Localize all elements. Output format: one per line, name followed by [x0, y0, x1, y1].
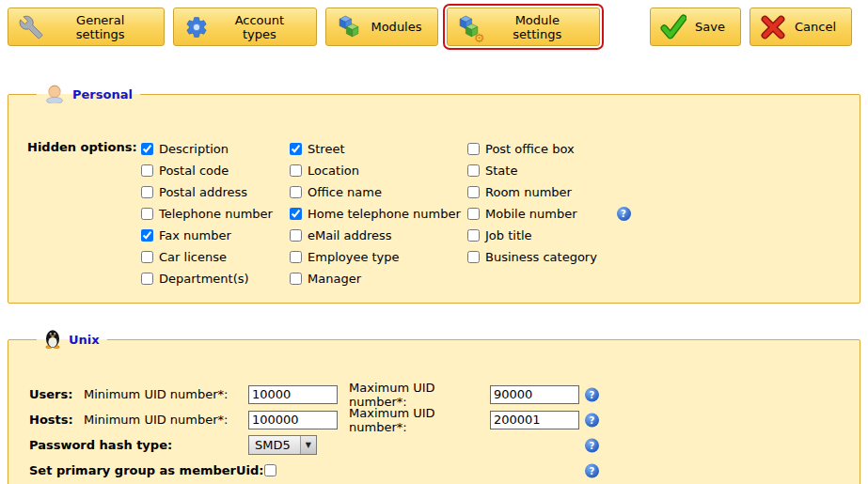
checkbox-mobile-number[interactable]: [467, 208, 480, 220]
option-label: Office name: [308, 185, 382, 199]
help-icon[interactable]: ?: [585, 387, 599, 401]
hidden-options-label: Hidden options:: [27, 138, 141, 289]
option-label: Room number: [485, 185, 572, 199]
help-icon[interactable]: ?: [617, 207, 631, 221]
help-icon[interactable]: ?: [585, 438, 599, 452]
checkbox-primary-group-memberuid[interactable]: [264, 464, 276, 476]
option-postal-address: Postal address: [141, 181, 290, 203]
option-location: Location: [290, 160, 467, 181]
option-label: Job title: [485, 228, 532, 242]
option-label: Post office box: [485, 142, 575, 156]
option-fax-number: Fax number: [141, 225, 290, 246]
checkbox-telephone-number[interactable]: [141, 208, 153, 220]
button-label: Module settings: [491, 13, 585, 41]
hosts-label: Hosts:: [29, 413, 84, 427]
checkbox-email-address[interactable]: [290, 229, 302, 242]
hosts-min-uid-label: Minimum UID number*:: [84, 413, 248, 427]
toolbar: General settings Account types Modules: [0, 0, 868, 55]
general-settings-button[interactable]: General settings: [8, 8, 165, 46]
tux-penguin-icon: [44, 328, 61, 351]
option-telephone-number: Telephone number: [141, 203, 290, 225]
option-postal-code: Postal code: [141, 160, 290, 181]
section-title: Unix: [69, 333, 100, 347]
wrench-icon: [18, 14, 43, 40]
option-label: Home telephone number: [308, 207, 461, 221]
password-hash-label: Password hash type:: [29, 438, 248, 452]
chevron-down-icon: ▼: [300, 436, 316, 454]
option-label: eMail address: [308, 228, 392, 242]
button-label: Cancel: [795, 20, 836, 34]
users-max-uid-input[interactable]: [490, 385, 579, 404]
option-car-license: Car license: [141, 246, 290, 268]
hosts-min-uid-input[interactable]: [248, 411, 338, 429]
modules-button[interactable]: Modules: [325, 8, 437, 46]
users-label: Users:: [29, 387, 84, 401]
checkbox-office-name[interactable]: [290, 186, 302, 198]
button-label: Save: [695, 20, 725, 34]
unix-body: Users: Minimum UID number*: Maximum UID …: [27, 374, 841, 483]
users-min-uid-input[interactable]: [248, 385, 338, 404]
option-label: State: [485, 164, 517, 178]
save-button[interactable]: Save: [650, 8, 741, 46]
option-label: Manager: [308, 272, 361, 286]
option-label: Location: [308, 164, 359, 178]
checkbox-car-license[interactable]: [141, 251, 153, 263]
unix-legend: Unix: [37, 328, 107, 351]
option-state: State: [467, 160, 669, 181]
selected-hash-value: SMD5: [249, 436, 300, 454]
help-icon[interactable]: ?: [585, 463, 599, 477]
checkbox-manager[interactable]: [290, 273, 302, 285]
checkbox-postal-address[interactable]: [141, 186, 153, 198]
option-email-address: eMail address: [290, 225, 467, 246]
users-max-uid-label: Maximum UID number*:: [349, 381, 490, 409]
checkbox-employee-type[interactable]: [290, 251, 302, 263]
users-min-uid-label: Minimum UID number*:: [84, 387, 248, 401]
option-home-telephone-number: Home telephone number: [290, 203, 467, 225]
button-label: Account types: [217, 13, 301, 41]
cancel-x-icon: [760, 14, 786, 40]
checkbox-home-telephone-number[interactable]: [290, 208, 302, 220]
password-hash-select[interactable]: SMD5 ▼: [248, 435, 317, 455]
checkbox-description[interactable]: [141, 143, 153, 155]
option-label: Street: [308, 142, 345, 156]
hosts-max-uid-input[interactable]: [490, 411, 579, 429]
option-business-category: Business category: [467, 246, 669, 268]
option-label: Mobile number: [485, 207, 577, 221]
checkbox-departments[interactable]: [141, 273, 153, 285]
small-gear-icon: ⚙: [474, 32, 485, 44]
option-label: Car license: [159, 250, 227, 264]
option-departments: Department(s): [141, 268, 290, 289]
checkbox-state[interactable]: [467, 164, 480, 177]
hosts-uid-row: Hosts: Minimum UID number*: Maximum UID …: [27, 407, 841, 432]
hidden-options-grid: Description Street Post office box Posta…: [141, 138, 669, 289]
gear-icon: [183, 14, 209, 40]
button-label: General settings: [52, 13, 149, 41]
checkbox-room-number[interactable]: [467, 186, 480, 198]
checkbox-location[interactable]: [290, 164, 302, 177]
cubes-icon: [336, 14, 362, 40]
checkbox-job-title[interactable]: [467, 229, 480, 242]
checkbox-street[interactable]: [290, 143, 302, 155]
option-label: Telephone number: [159, 207, 273, 221]
password-hash-row: Password hash type: SMD5 ▼ ?: [27, 432, 841, 458]
module-settings-button[interactable]: ⚙ Module settings: [447, 8, 601, 46]
option-label: Postal code: [159, 164, 229, 178]
personal-body: Hidden options: Description Street Post …: [27, 129, 841, 289]
account-types-button[interactable]: Account types: [173, 8, 317, 46]
checkbox-business-category[interactable]: [467, 251, 480, 263]
hosts-max-uid-label: Maximum UID number*:: [349, 406, 490, 434]
checkbox-fax-number[interactable]: [141, 229, 153, 242]
checkbox-postal-code[interactable]: [141, 164, 153, 177]
option-job-title: Job title: [467, 225, 669, 246]
button-label: Modules: [371, 20, 421, 34]
cancel-button[interactable]: Cancel: [750, 8, 852, 46]
help-icon[interactable]: ?: [585, 413, 599, 427]
option-street: Street: [290, 138, 467, 160]
check-icon: [660, 14, 687, 40]
option-post-office-box: Post office box: [467, 138, 669, 160]
checkbox-post-office-box[interactable]: [467, 143, 480, 155]
option-manager: Manager: [290, 268, 467, 289]
option-label: Fax number: [159, 228, 231, 242]
option-room-number: Room number: [467, 181, 669, 203]
module-settings-icon: ⚙: [457, 14, 482, 40]
